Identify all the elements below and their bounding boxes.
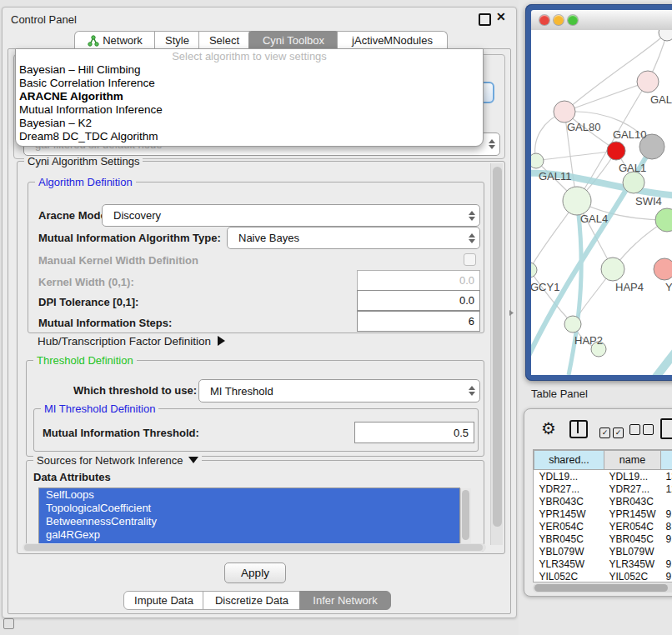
table-panel-title: Table Panel xyxy=(531,388,588,400)
settings-vscrollbar-thumb[interactable] xyxy=(493,167,502,527)
network-canvas[interactable]: GAL GAL80 GAL10 GAL11 GAL1 SWI4 GAL4 GCY… xyxy=(531,30,672,375)
list-item[interactable]: TopologicalCoefficient xyxy=(39,502,459,515)
window-title: Control Panel xyxy=(11,13,77,26)
hub-definition-toggle[interactable]: Hub/Transcription Factor Definition xyxy=(38,335,225,348)
network-node[interactable] xyxy=(563,187,591,215)
list-item[interactable]: BetweennessCentrality xyxy=(39,515,459,528)
kernel-width-value: 0.0 xyxy=(459,274,479,287)
table-row[interactable]: YBL079WYBL079W xyxy=(534,545,672,558)
mac-zoom-button[interactable] xyxy=(568,15,578,25)
table-row[interactable]: YDL19...YDL19...13 xyxy=(534,470,672,483)
group-title: Cyni Algorithm Settings xyxy=(24,155,143,168)
settings-vscrollbar[interactable] xyxy=(490,163,503,545)
list-vscrollbar-thumb[interactable] xyxy=(462,490,469,540)
popup-item[interactable]: Bayesian – Hill Climbing xyxy=(16,63,483,77)
network-node[interactable] xyxy=(637,71,659,92)
tab-select[interactable]: Select xyxy=(198,31,250,49)
hub-definition-label: Hub/Transcription Factor Definition xyxy=(38,335,211,348)
tab-jactivemnodules[interactable]: jActiveMNodules xyxy=(337,31,448,49)
mi-steps-field[interactable]: 6 xyxy=(357,311,480,332)
popup-item-selected[interactable]: ARACNE Algorithm xyxy=(16,90,483,103)
expand-right-icon xyxy=(218,336,225,346)
network-icon xyxy=(88,35,99,47)
table-row[interactable]: YDR27...YDR27...12 xyxy=(534,482,672,495)
node-label: GAL11 xyxy=(539,170,572,182)
network-node[interactable] xyxy=(531,262,537,278)
tab-network[interactable]: Network xyxy=(74,31,156,49)
settings-hscrollbar-thumb[interactable] xyxy=(24,544,483,551)
control-panel-window: Control Panel ✕ Network Style Select Cyn… xyxy=(2,7,517,618)
float-window-icon[interactable] xyxy=(479,13,491,26)
table-row[interactable]: YBR043CYBR043C xyxy=(534,495,672,508)
cyni-algorithm-settings-group: Cyni Algorithm Settings Algorithm Defini… xyxy=(17,161,505,554)
popup-item[interactable]: Basic Correlation Inference xyxy=(16,77,483,90)
node-table: shared... name YDL19...YDL19...13 YDR27.… xyxy=(533,449,672,582)
column-header-partial[interactable] xyxy=(661,451,672,470)
table-row[interactable]: YIL052CYIL052C9 xyxy=(534,570,672,582)
sources-fieldset: Sources for Network Inference Data Attri… xyxy=(26,460,484,552)
close-window-icon[interactable]: ✕ xyxy=(496,10,506,23)
gear-icon[interactable]: ⚙ xyxy=(541,420,556,437)
new-document-icon[interactable] xyxy=(660,418,672,439)
network-node[interactable] xyxy=(655,208,672,232)
table-panel-window: ⚙ ✓✓ shared... name YDL19...YDL19. xyxy=(524,408,672,597)
node-label: GAL1 xyxy=(619,162,646,174)
tab-label: jActiveMNodules xyxy=(352,34,433,47)
mi-threshold-fieldset: MI Threshold Definition Mutual Informati… xyxy=(33,408,479,452)
split-columns-icon[interactable] xyxy=(569,420,588,438)
popup-item[interactable]: Dream8 DC_TDC Algorithm xyxy=(16,130,483,143)
mac-close-button[interactable] xyxy=(539,15,549,25)
settings-hscrollbar[interactable] xyxy=(23,543,486,552)
table-row[interactable]: YER054CYER054C8. xyxy=(534,520,672,532)
mi-type-combo[interactable]: Naive Bayes xyxy=(227,227,480,249)
checked-box-icon: ✓ xyxy=(599,428,610,438)
table-row[interactable]: YPR145WYPR145W9. xyxy=(534,508,672,520)
kernel-width-field[interactable]: 0.0 xyxy=(357,270,480,291)
minimized-panel-icon[interactable] xyxy=(3,618,14,629)
network-node[interactable] xyxy=(607,142,625,160)
select-checkboxes-icon[interactable]: ✓✓ xyxy=(599,423,624,438)
apply-button[interactable]: Apply xyxy=(224,562,286,583)
dpi-tolerance-field[interactable]: 0.0 xyxy=(357,290,480,311)
tab-discretize-data[interactable]: Discretize Data xyxy=(203,591,301,610)
mi-steps-value: 6 xyxy=(469,315,479,328)
list-vscrollbar[interactable] xyxy=(460,488,471,543)
table-hscrollbar[interactable] xyxy=(533,583,672,592)
table-row[interactable]: YBR045CYBR045C9. xyxy=(534,532,672,545)
table-header-row: shared... name xyxy=(534,451,672,470)
tab-cyni-toolbox[interactable]: Cyni Toolbox xyxy=(248,31,339,49)
clear-checkboxes-icon[interactable] xyxy=(629,423,654,438)
list-item[interactable]: SelfLoops xyxy=(39,488,459,502)
tab-label: Cyni Toolbox xyxy=(263,34,324,47)
network-node[interactable] xyxy=(654,258,672,280)
popup-item[interactable]: Bayesian – K2 xyxy=(16,117,483,130)
network-window-titlebar[interactable] xyxy=(531,10,672,31)
table-hscrollbar-thumb[interactable] xyxy=(534,584,668,592)
popup-item[interactable]: Mutual Information Inference xyxy=(16,103,483,117)
network-node[interactable] xyxy=(623,172,644,193)
table-row[interactable]: YLR345WYLR345W9. xyxy=(534,558,672,570)
tab-infer-network[interactable]: Infer Network xyxy=(299,591,391,610)
network-node[interactable] xyxy=(659,30,672,41)
network-node[interactable] xyxy=(601,258,624,281)
mac-minimize-button[interactable] xyxy=(554,15,564,25)
aracne-mode-combo[interactable]: Discovery xyxy=(102,204,480,227)
data-attributes-list[interactable]: SelfLoops TopologicalCoefficient Between… xyxy=(38,488,460,546)
sources-toggle[interactable]: Sources for Network Inference xyxy=(33,454,202,467)
tab-impute-data[interactable]: Impute Data xyxy=(123,591,204,610)
manual-kernel-checkbox[interactable] xyxy=(464,253,476,266)
algorithm-definition-fieldset: Algorithm Definition Aracne Mode: Discov… xyxy=(28,182,484,333)
network-node[interactable] xyxy=(531,153,544,168)
mi-threshold-field[interactable]: 0.5 xyxy=(354,422,474,443)
tab-style[interactable]: Style xyxy=(154,31,200,49)
fieldset-title: Threshold Definition xyxy=(33,354,137,367)
network-node[interactable] xyxy=(564,316,581,332)
which-threshold-combo[interactable]: MI Threshold xyxy=(198,379,480,402)
popup-prompt: Select algorithm to view settings xyxy=(16,49,483,63)
network-node[interactable] xyxy=(554,101,575,122)
list-item[interactable]: gal4RGexp xyxy=(39,528,459,542)
column-header-shared-name[interactable]: shared... xyxy=(534,451,604,470)
column-header-name[interactable]: name xyxy=(604,451,661,470)
sources-title: Sources for Network Inference xyxy=(37,454,183,467)
combo-spinner-icon xyxy=(464,233,479,243)
